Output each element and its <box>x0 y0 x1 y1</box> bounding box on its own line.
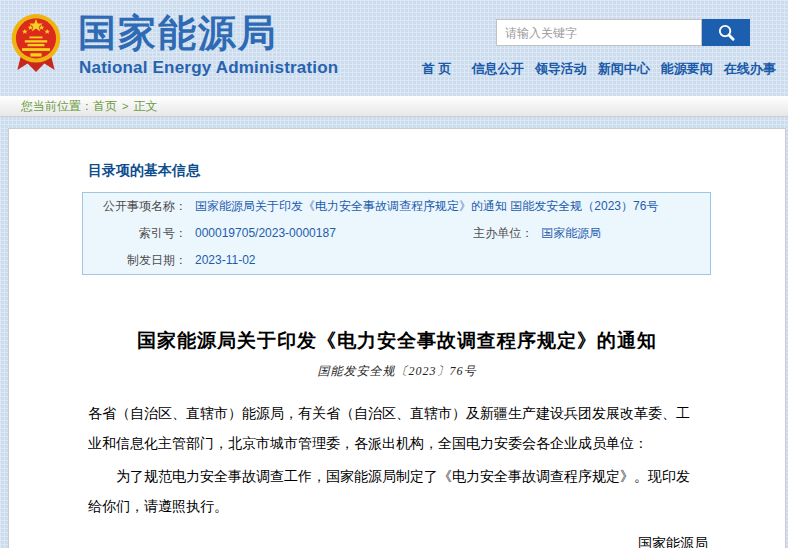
table-row: 制发日期： 2023-11-02 <box>83 247 711 275</box>
breadcrumb: 您当前位置：首页>正文 <box>0 96 788 117</box>
page: 国家能源局 National Energy Administration 首 页… <box>0 0 788 548</box>
info-label-index-number: 索引号： <box>83 220 192 247</box>
article-title: 国家能源局关于印发《电力安全事故调查程序规定》的通知 <box>49 328 745 354</box>
national-emblem-logo <box>8 12 64 74</box>
article-signature: 国家能源局 <box>9 528 708 548</box>
info-value-host-unit: 国家能源局 <box>537 220 710 247</box>
info-table: 公开事项名称： 国家能源局关于印发《电力安全事故调查程序规定》的通知 国能发安全… <box>82 192 711 275</box>
info-label-issue-date: 制发日期： <box>83 247 192 275</box>
table-row: 索引号： 000019705/2023-0000187 主办单位： 国家能源局 <box>83 220 711 247</box>
site-title: 国家能源局 <box>78 12 278 54</box>
article-paragraph: 为了规范电力安全事故调查工作，国家能源局制定了《电力安全事故调查程序规定》。现印… <box>88 461 699 521</box>
breadcrumb-separator: > <box>122 100 128 112</box>
search-box <box>496 19 750 46</box>
search-input[interactable] <box>496 19 702 46</box>
breadcrumb-current: 正文 <box>133 99 157 113</box>
info-label-host-unit: 主办单位： <box>364 220 537 247</box>
info-value-issue-date: 2023-11-02 <box>191 247 711 275</box>
info-label-item-name: 公开事项名称： <box>83 193 192 221</box>
nav-item-online-services[interactable]: 在线办事 <box>724 60 776 78</box>
content-panel: 目录项的基本信息 公开事项名称： 国家能源局关于印发《电力安全事故调查程序规定》… <box>8 128 786 548</box>
table-row: 公开事项名称： 国家能源局关于印发《电力安全事故调查程序规定》的通知 国能发安全… <box>83 193 711 221</box>
breadcrumb-home-link[interactable]: 首页 <box>93 99 117 113</box>
info-value-index-number: 000019705/2023-0000187 <box>191 220 364 247</box>
article-body: 各省（自治区、直辖市）能源局，有关省（自治区、直辖市）及新疆生产建设兵团发展改革… <box>88 398 699 521</box>
nav-item-info-open[interactable]: 信息公开 <box>472 60 524 78</box>
site-subtitle: National Energy Administration <box>79 58 338 78</box>
main-nav: 首 页 信息公开 领导活动 新闻中心 能源要闻 在线办事 <box>422 60 776 78</box>
search-icon <box>717 23 736 42</box>
nav-item-energy-news[interactable]: 能源要闻 <box>661 60 713 78</box>
info-section-title: 目录项的基本信息 <box>88 162 785 180</box>
nav-item-leadership[interactable]: 领导活动 <box>535 60 587 78</box>
breadcrumb-prefix: 您当前位置： <box>21 99 93 113</box>
info-value-item-name-link[interactable]: 国家能源局关于印发《电力安全事故调查程序规定》的通知 国能发安全规（2023）7… <box>195 199 658 213</box>
site-header: 国家能源局 National Energy Administration 首 页… <box>0 0 788 96</box>
document-number: 国能发安全规〔2023〕76号 <box>9 363 785 380</box>
article-paragraph: 各省（自治区、直辖市）能源局，有关省（自治区、直辖市）及新疆生产建设兵团发展改革… <box>88 398 699 458</box>
nav-item-home[interactable]: 首 页 <box>422 60 452 78</box>
search-button[interactable] <box>702 19 750 46</box>
nav-item-news-center[interactable]: 新闻中心 <box>598 60 650 78</box>
